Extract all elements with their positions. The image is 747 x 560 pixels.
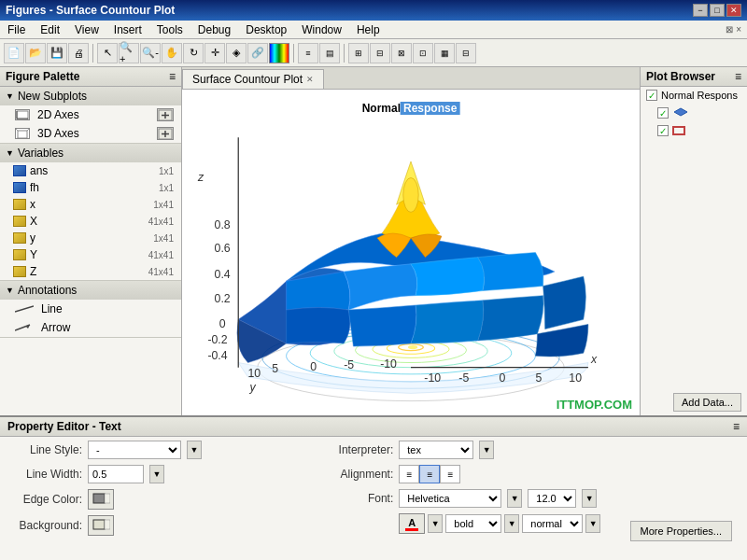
font-family-select[interactable]: Helvetica Arial Times — [399, 489, 501, 508]
line-width-input[interactable] — [88, 465, 144, 483]
insert-colorbar-btn[interactable]: ▤ — [319, 43, 340, 63]
font-size-arrow[interactable]: ▼ — [582, 489, 597, 508]
browser-item-title[interactable]: ✓ Normal Respons — [641, 87, 747, 104]
browser-item-contour[interactable]: ✓ — [641, 122, 747, 139]
3d-axes-item[interactable]: 3D Axes — [0, 124, 181, 143]
svg-text:5: 5 — [272, 362, 278, 375]
edge-color-button[interactable] — [88, 489, 114, 510]
plot-canvas[interactable]: NormalResponse — [182, 90, 640, 415]
align-center-btn[interactable]: ≡ — [419, 465, 440, 483]
var-Y[interactable]: Y 41x41 — [0, 246, 181, 263]
annotations-header[interactable]: ▼ Annotations — [0, 281, 181, 300]
dock3-btn[interactable]: ⊠ — [391, 43, 412, 63]
menu-help[interactable]: Help — [349, 21, 388, 38]
zoom-out-tool[interactable]: 🔍- — [140, 43, 161, 63]
var-y[interactable]: y 1x41 — [0, 230, 181, 246]
link-tool[interactable]: 🔗 — [247, 43, 268, 63]
2d-axes-item[interactable]: 2D Axes — [0, 105, 181, 124]
pan-tool[interactable]: ✋ — [162, 43, 182, 63]
2d-axes-add[interactable] — [157, 108, 174, 121]
palette-scroll[interactable]: ▼ New Subplots 2D Axes — [0, 87, 181, 415]
open-button[interactable]: 📂 — [25, 43, 46, 63]
browser-checkbox-contour[interactable]: ✓ — [657, 125, 669, 136]
3d-axes-icon — [15, 128, 30, 139]
background-color-button[interactable] — [88, 515, 114, 536]
var-Z[interactable]: Z 41x41 — [0, 263, 181, 280]
add-data-button[interactable]: Add Data... — [673, 393, 741, 412]
svg-text:-0.4: -0.4 — [207, 349, 227, 362]
dock4-btn[interactable]: ⊡ — [413, 43, 433, 63]
menu-debug[interactable]: Debug — [190, 21, 238, 38]
plot-tab-close[interactable]: ✕ — [306, 75, 314, 84]
align-right-btn[interactable]: ≡ — [440, 465, 460, 483]
font-size-select[interactable]: 12.0 8 10 14 16 — [528, 489, 576, 508]
menu-file[interactable]: File — [0, 21, 33, 38]
line-width-dropdown-arrow[interactable]: ▼ — [149, 465, 164, 483]
new-button[interactable]: 📄 — [4, 43, 24, 63]
var-Y-icon — [13, 249, 26, 260]
var-ans-icon — [13, 165, 26, 176]
minimize-button[interactable]: − — [693, 4, 708, 17]
menu-view[interactable]: View — [67, 21, 106, 38]
brush-tool[interactable]: ◈ — [226, 43, 247, 63]
pe-menu-icon[interactable]: ≡ — [733, 420, 740, 433]
svg-text:-5: -5 — [458, 371, 469, 385]
line-style-select[interactable]: - -- : -. none — [88, 441, 181, 459]
var-fh[interactable]: fh 1x1 — [0, 179, 181, 196]
new-subplots-header[interactable]: ▼ New Subplots — [0, 87, 181, 105]
var-ans[interactable]: ans 1x1 — [0, 162, 181, 179]
annotation-line[interactable]: Line — [0, 300, 181, 318]
svg-rect-53 — [93, 520, 105, 529]
svg-text:-10: -10 — [424, 371, 441, 385]
font-color-button[interactable]: A — [399, 513, 425, 534]
select-tool[interactable]: ↖ — [97, 43, 118, 63]
menu-insert[interactable]: Insert — [106, 21, 149, 38]
datacursor-tool[interactable]: ✛ — [204, 43, 225, 63]
dock1-btn[interactable]: ⊞ — [348, 43, 369, 63]
menu-edit[interactable]: Edit — [33, 21, 67, 38]
plot-tabs: Surface Countour Plot ✕ — [182, 67, 640, 90]
font-color-arrow[interactable]: ▼ — [428, 514, 443, 533]
colormap-tool[interactable] — [269, 43, 289, 63]
print-button[interactable]: 🖨 — [68, 43, 89, 63]
zoom-in-tool[interactable]: 🔍+ — [119, 43, 139, 63]
font-weight-arrow[interactable]: ▼ — [504, 514, 519, 533]
var-x[interactable]: x 1x41 — [0, 196, 181, 213]
font-style-select[interactable]: normal italic oblique — [522, 514, 583, 533]
browser-item-surface[interactable]: ✓ — [641, 104, 747, 122]
browser-checkbox-surface[interactable]: ✓ — [657, 107, 669, 119]
dock6-btn[interactable]: ⊟ — [456, 43, 476, 63]
menu-window[interactable]: Window — [294, 21, 349, 38]
font-style-arrow[interactable]: ▼ — [585, 514, 600, 533]
browser-menu-icon[interactable]: ≡ — [735, 70, 741, 83]
palette-menu-icon[interactable]: ≡ — [169, 70, 176, 83]
close-button[interactable]: ✕ — [726, 4, 741, 17]
browser-checkbox-title[interactable]: ✓ — [646, 90, 657, 101]
annotation-arrow[interactable]: Arrow — [0, 318, 181, 337]
svg-text:x: x — [590, 353, 598, 366]
var-X[interactable]: X 41x41 — [0, 213, 181, 230]
font-family-arrow[interactable]: ▼ — [507, 489, 522, 508]
3d-axes-add[interactable] — [157, 127, 174, 140]
variables-header[interactable]: ▼ Variables — [0, 144, 181, 162]
save-button[interactable]: 💾 — [47, 43, 67, 63]
svg-text:10: 10 — [248, 367, 261, 380]
svg-marker-50 — [674, 108, 687, 116]
rotate-tool[interactable]: ↻ — [183, 43, 204, 63]
annotations-arrow: ▼ — [6, 286, 14, 295]
dock2-btn[interactable]: ⊟ — [370, 43, 390, 63]
insert-legend-btn[interactable]: ≡ — [298, 43, 318, 63]
dock5-btn[interactable]: ▦ — [434, 43, 455, 63]
font-weight-select[interactable]: bold normal light — [445, 514, 501, 533]
surface-plot-tab[interactable]: Surface Countour Plot ✕ — [182, 69, 324, 89]
align-left-btn[interactable]: ≡ — [399, 465, 419, 483]
line-style-dropdown-arrow[interactable]: ▼ — [187, 441, 202, 459]
menu-tools[interactable]: Tools — [149, 21, 190, 38]
dock-button[interactable]: ⊠ × — [720, 22, 747, 36]
titlebar-controls[interactable]: − □ ✕ — [693, 4, 741, 17]
interpreter-select[interactable]: tex none latex — [399, 441, 473, 459]
interpreter-dropdown-arrow[interactable]: ▼ — [479, 441, 494, 459]
more-properties-button[interactable]: More Properties... — [630, 521, 732, 541]
maximize-button[interactable]: □ — [710, 4, 725, 17]
menu-desktop[interactable]: Desktop — [238, 21, 294, 38]
